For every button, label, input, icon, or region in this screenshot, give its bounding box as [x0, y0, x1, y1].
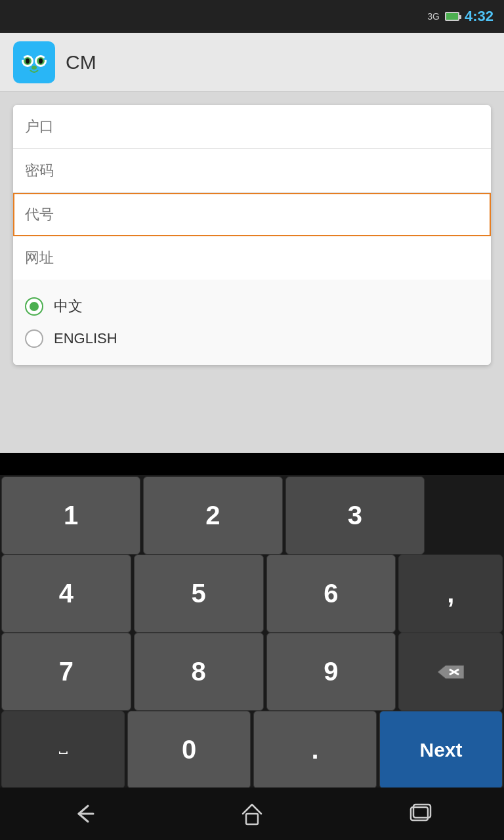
nav-recent-button[interactable] [400, 794, 440, 833]
code-input[interactable] [14, 194, 490, 235]
key-dot[interactable]: . [253, 711, 377, 789]
keyboard-row-1: 1 2 3 [0, 475, 504, 553]
app-logo [13, 41, 55, 83]
code-field-wrapper[interactable] [13, 193, 491, 236]
keyboard: 1 2 3 4 5 6 , 7 8 9 ⎵ 0 . Next [0, 475, 504, 788]
key-2[interactable]: 2 [143, 476, 282, 555]
keyboard-row-3: 7 8 9 [0, 631, 504, 709]
nav-bar [0, 788, 504, 840]
key-8[interactable]: 8 [134, 633, 264, 711]
key-comma[interactable]: , [398, 555, 503, 633]
username-field-wrapper[interactable] [13, 105, 491, 149]
key-6[interactable]: 6 [266, 555, 396, 633]
keyboard-right-panel-top [426, 475, 504, 553]
battery-icon [445, 12, 459, 21]
main-content: 中文 ENGLISH [0, 92, 504, 453]
key-4[interactable]: 4 [1, 555, 131, 633]
radio-english-btn[interactable] [25, 329, 43, 348]
key-0[interactable]: 0 [127, 711, 251, 789]
url-field-wrapper[interactable] [13, 236, 491, 280]
svg-point-6 [39, 58, 43, 64]
key-7[interactable]: 7 [1, 633, 131, 711]
url-input[interactable] [13, 236, 491, 280]
svg-point-5 [26, 58, 30, 64]
nav-home-button[interactable] [232, 794, 272, 833]
language-section: 中文 ENGLISH [13, 280, 491, 365]
radio-english[interactable]: ENGLISH [25, 323, 479, 354]
keyboard-row-4: ⎵ 0 . Next [0, 709, 504, 788]
clock: 4:32 [465, 8, 494, 25]
radio-chinese[interactable]: 中文 [25, 290, 479, 323]
status-bar: 3G 4:32 [0, 0, 504, 33]
svg-rect-13 [246, 814, 258, 824]
key-3[interactable]: 3 [285, 476, 425, 555]
username-input[interactable] [13, 105, 491, 148]
password-input[interactable] [13, 149, 491, 192]
app-header: CM [0, 33, 504, 92]
svg-marker-10 [438, 665, 464, 679]
radio-english-label: ENGLISH [54, 330, 117, 347]
nav-back-button[interactable] [64, 794, 104, 833]
key-space[interactable]: ⎵ [1, 711, 125, 789]
key-next[interactable]: Next [379, 711, 503, 789]
key-1[interactable]: 1 [1, 476, 140, 555]
key-5[interactable]: 5 [134, 555, 264, 633]
app-title: CM [66, 51, 96, 74]
key-backspace[interactable] [398, 633, 503, 711]
key-9[interactable]: 9 [266, 633, 396, 711]
keyboard-row-2: 4 5 6 , [0, 553, 504, 631]
radio-chinese-btn[interactable] [25, 297, 43, 316]
signal-indicator: 3G [427, 11, 440, 22]
password-field-wrapper[interactable] [13, 149, 491, 193]
form-card: 中文 ENGLISH [13, 105, 491, 365]
svg-rect-0 [13, 41, 55, 83]
radio-chinese-label: 中文 [54, 297, 83, 316]
svg-point-7 [32, 66, 37, 70]
